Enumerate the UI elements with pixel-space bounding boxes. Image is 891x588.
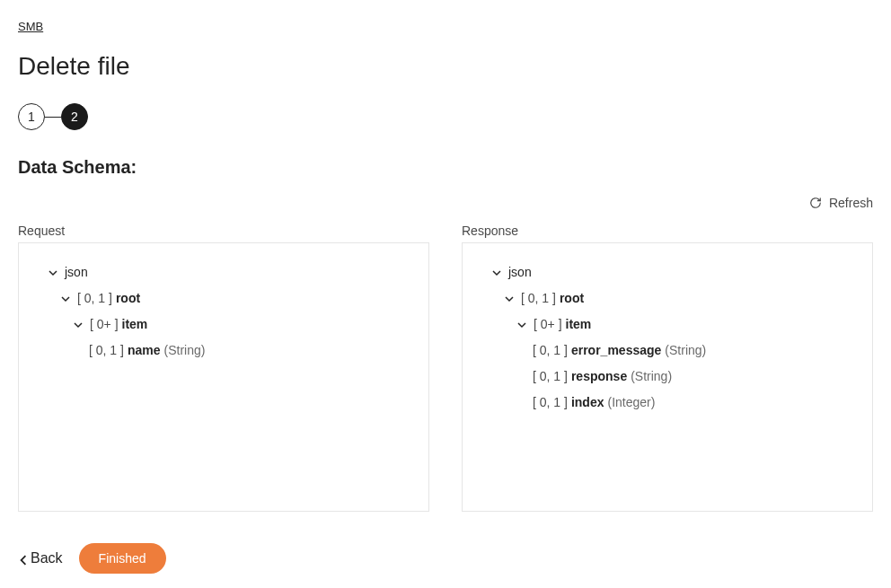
tree-name: root xyxy=(116,289,140,308)
tree-cardinality: [ 0+ ] xyxy=(534,315,562,334)
tree-cardinality: [ 0, 1 ] xyxy=(533,367,568,386)
request-schema-panel: json [ 0, 1 ] root [ 0+ ] item [ 0, 1 ]n… xyxy=(18,242,429,512)
tree-type: (String) xyxy=(164,341,206,360)
tree-node-field[interactable]: [ 0, 1 ]response(String) xyxy=(533,364,858,390)
stepper: 1 2 xyxy=(18,103,873,130)
chevron-down-icon[interactable] xyxy=(71,318,85,332)
tree-name: name xyxy=(128,341,161,360)
back-label: Back xyxy=(31,550,63,566)
tree-name: item xyxy=(122,315,148,334)
footer-actions: Back Finished xyxy=(18,543,873,574)
tree-cardinality: [ 0+ ] xyxy=(90,315,119,334)
tree-name: response xyxy=(571,367,627,386)
tree-node-root[interactable]: [ 0, 1 ] root xyxy=(58,285,414,312)
tree-node-json[interactable]: json xyxy=(46,259,414,285)
tree-node-root[interactable]: [ 0, 1 ] root xyxy=(502,285,858,312)
chevron-down-icon[interactable] xyxy=(502,292,516,306)
page-title: Delete file xyxy=(18,52,873,81)
tree-node-field[interactable]: [ 0, 1 ]index(Integer) xyxy=(533,390,858,416)
tree-type: (Integer) xyxy=(608,393,656,412)
tree-cardinality: [ 0, 1 ] xyxy=(533,341,568,360)
step-connector xyxy=(45,117,61,118)
tree-name: root xyxy=(560,289,584,308)
tree-node-field[interactable]: [ 0, 1 ]error_message(String) xyxy=(533,338,858,364)
chevron-down-icon[interactable] xyxy=(46,266,60,280)
tree-node-json[interactable]: json xyxy=(490,259,858,285)
request-panel-label: Request xyxy=(18,224,429,238)
response-panel-label: Response xyxy=(462,224,873,238)
tree-name: error_message xyxy=(571,341,661,360)
tree-cardinality: [ 0, 1 ] xyxy=(77,289,112,308)
tree-node-field[interactable]: [ 0, 1 ]name(String) xyxy=(89,338,414,364)
tree-cardinality: [ 0, 1 ] xyxy=(533,393,568,412)
refresh-label: Refresh xyxy=(829,196,873,210)
tree-type: (String) xyxy=(631,367,672,386)
tree-label: json xyxy=(508,263,532,282)
tree-name: index xyxy=(571,393,604,412)
chevron-down-icon[interactable] xyxy=(515,318,529,332)
chevron-down-icon[interactable] xyxy=(58,292,73,306)
chevron-down-icon[interactable] xyxy=(490,266,504,280)
section-title: Data Schema: xyxy=(18,157,873,178)
back-button[interactable]: Back xyxy=(18,550,63,566)
step-2[interactable]: 2 xyxy=(61,103,88,130)
breadcrumb-link-smb[interactable]: SMB xyxy=(18,20,43,33)
tree-node-item[interactable]: [ 0+ ] item xyxy=(71,312,414,338)
tree-cardinality: [ 0, 1 ] xyxy=(89,341,124,360)
tree-cardinality: [ 0, 1 ] xyxy=(521,289,556,308)
response-schema-panel: json [ 0, 1 ] root [ 0+ ] item [ 0, 1 ]e… xyxy=(462,242,873,512)
step-1[interactable]: 1 xyxy=(18,103,45,130)
tree-node-item[interactable]: [ 0+ ] item xyxy=(515,312,858,338)
refresh-button[interactable]: Refresh xyxy=(809,196,873,210)
chevron-left-icon xyxy=(18,553,29,564)
tree-name: item xyxy=(566,315,592,334)
finished-button[interactable]: Finished xyxy=(79,543,166,574)
tree-type: (String) xyxy=(665,341,706,360)
tree-label: json xyxy=(65,263,88,282)
refresh-icon xyxy=(809,197,822,209)
